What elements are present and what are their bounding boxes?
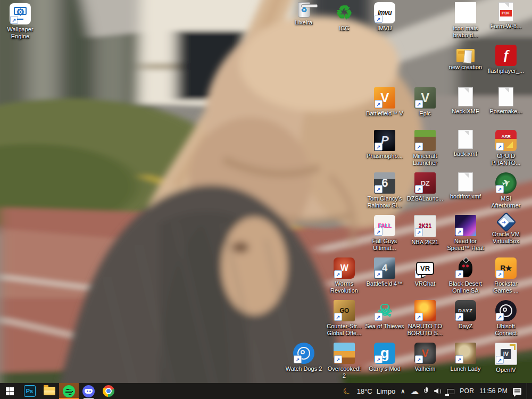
taskbar-photoshop-button[interactable]: Ps (20, 383, 39, 399)
desktop-icon-icon-mais[interactable]: icon mais brabo d... (443, 2, 488, 39)
desktop-icon-imvu[interactable]: imvu↗IMVU (362, 2, 407, 32)
icon-label: DayZ (459, 323, 472, 330)
moon-weather-icon: ☾ (341, 384, 354, 398)
desktop-icon-flashplayer[interactable]: fflashplayer_... (484, 45, 528, 74)
desktop-icon-new-creation[interactable]: new creation (443, 45, 488, 71)
desktop-icon-naruto[interactable]: ↗NARUTO TO BORUTO S... (403, 300, 447, 337)
desktop-icon-phasmophobia[interactable]: P↗Phasmopho... (362, 130, 407, 160)
fall-guys-icon: FALL↗ (374, 215, 395, 236)
action-center-button[interactable] (513, 383, 521, 399)
icon-label: Lunch Lady (451, 365, 481, 372)
desktop-icon-black-desert[interactable]: ↗Black Desert Online SA (443, 257, 488, 294)
shortcut-arrow-icon: ↗ (496, 143, 504, 151)
taskbar-clock[interactable]: 11:56 PM (479, 383, 508, 399)
icon-glyph: VR (416, 262, 434, 275)
desktop-icon-garrys-mod[interactable]: g↗Garry's Mod (362, 343, 407, 372)
weather-button[interactable]: ☾ (343, 383, 351, 399)
shortcut-arrow-icon: ↗ (334, 270, 342, 278)
desktop-icon-tom-clancy[interactable]: 6↗Tom Clancy's Rainbow Si... (362, 172, 407, 209)
icon-label: NARUTO TO BORUTO S... (408, 323, 443, 337)
microphone-button[interactable] (424, 383, 429, 399)
desktop-icon-overcooked2[interactable]: ↗Overcooked! 2 (322, 343, 367, 379)
desktop-icon-nfs-heat[interactable]: ↗Need for Speed™ Heat (443, 215, 488, 252)
desktop-icon-vrchat[interactable]: VR↗VRChat (403, 257, 447, 287)
taskbar: Ps ☾ 18°C Limpo ∧ ☁ POR 11:56 PM (0, 383, 532, 399)
desktop-icon-dzsa[interactable]: DZ↗DZSALaunc... (403, 172, 447, 202)
desktop-icon-ubisoft[interactable]: ↗Ubisoft Connect (484, 300, 528, 337)
chrome-icon (103, 385, 114, 397)
desktop-icon-dayz[interactable]: DAYZ↗DayZ (443, 300, 488, 330)
desktop-icon-posemake[interactable]: Posemake... (484, 87, 528, 115)
shortcut-arrow-icon: ↗ (498, 217, 509, 228)
icon-glyph: f (504, 48, 508, 62)
taskbar-file-explorer-button[interactable] (39, 383, 59, 399)
taskbar-discord-button[interactable] (79, 383, 98, 399)
desktop-icon-wallpaper-engine[interactable]: ⚙↗Wallpaper Engine (0, 3, 43, 40)
desktop-icon-nba2k21[interactable]: 2K21↗NBA 2K21 (403, 215, 447, 246)
desktop-icon-grid: ⚙↗Wallpaper Engine♻Lixeira♻ICCimvu↗IMVUi… (0, 0, 532, 383)
tray-overflow-chevron-icon[interactable]: ∧ (401, 383, 405, 399)
flash-player-icon: f (495, 45, 517, 66)
onedrive-button[interactable]: ☁ (410, 383, 419, 399)
recycle-symbol-icon: ♻ (334, 2, 355, 23)
desktop-icon-bodtfrot-xmf[interactable]: bodtfrot.xmf (443, 172, 488, 200)
desktop-icon-valheim[interactable]: V↗Valheim (403, 343, 447, 372)
shortcut-arrow-icon: ↗ (455, 228, 463, 236)
desktop-icon-lixeira[interactable]: ♻Lixeira (281, 2, 326, 26)
shortcut-arrow-icon: ↗ (496, 356, 504, 364)
desktop-icon-icc[interactable]: ♻ICC (322, 2, 367, 32)
icon-label: Oracle VM VirtualBox (492, 231, 520, 245)
volume-button[interactable] (434, 383, 442, 399)
shortcut-arrow-icon: ↗ (455, 355, 463, 363)
icon-label: CPUID PHANTO... (492, 153, 521, 167)
desktop-icon-form-w8[interactable]: PDFForm-W-8... (484, 2, 528, 30)
start-button[interactable] (0, 383, 20, 399)
icon-glyph: ASR (501, 135, 511, 139)
desktop-icon-msi[interactable]: ✈↗MSI Afterburner (484, 172, 528, 209)
microphone-icon (424, 387, 429, 395)
desktop-icon-rockstar[interactable]: R★↗Rockstar Games ... (484, 257, 528, 294)
phasmophobia-icon: P↗ (374, 130, 395, 151)
icon-label: Epic (419, 110, 430, 117)
taskbar-chrome-button[interactable] (98, 383, 118, 399)
taskbar-spotify-button[interactable] (59, 383, 79, 399)
weather-condition: Limpo (377, 387, 395, 395)
icon-label: bodtfrot.xmf (450, 193, 481, 200)
network-button[interactable] (447, 383, 454, 399)
show-desktop-button[interactable] (527, 383, 530, 399)
document-icon (458, 87, 473, 106)
desktop-icon-cpuid[interactable]: ASR↗CPUID PHANTO... (484, 130, 528, 167)
desktop-icon-battlefield4[interactable]: 4↗Battlefield 4™ (362, 257, 407, 287)
imvu-icon: imvu↗ (374, 2, 395, 23)
icon-glyph: PDF (500, 10, 512, 16)
icon-label: flashplayer_... (488, 68, 524, 74)
desktop-icon-minecraft[interactable]: ↗Minecraft Launcher (403, 130, 447, 167)
desktop-icon-epic[interactable]: V↗Epic (403, 87, 447, 117)
desktop-icon-sea-of-thieves[interactable]: ☠↗Sea of Thieves (362, 300, 407, 330)
weather-text[interactable]: 18°C Limpo (357, 387, 395, 395)
shortcut-arrow-icon: ↗ (455, 313, 463, 321)
shortcut-arrow-icon: ↗ (415, 228, 423, 236)
icon-label: Phasmopho... (367, 153, 403, 160)
desktop-icon-neck-xmf[interactable]: Neck.XMF (443, 87, 488, 115)
desktop-icon-fall-guys[interactable]: FALL↗Fall Guys Ultimat... (362, 215, 407, 252)
desktop-icon-csgo[interactable]: GO↗Counter-Str... Global Offe... (322, 300, 367, 337)
icon-label: Fall Guys Ultimat... (372, 238, 397, 252)
icon-label: Garry's Mod (369, 365, 401, 372)
desktop-icon-back-xmf[interactable]: back.xmf (443, 130, 488, 157)
icon-label: Rockstar Games ... (493, 280, 519, 294)
wallpaper-engine-icon: ⚙↗ (10, 3, 31, 24)
shortcut-arrow-icon: ↗ (415, 355, 423, 363)
desktop-icon-virtualbox[interactable]: ↗Oracle VM VirtualBox (484, 215, 528, 245)
shortcut-arrow-icon: ↗ (375, 15, 383, 23)
discord-icon (82, 385, 95, 397)
desktop-icon-worms[interactable]: W↗Worms Revolution (322, 257, 367, 294)
shortcut-arrow-icon: ↗ (375, 355, 383, 363)
desktop-icon-openiv[interactable]: IV↗OpenIV (484, 343, 528, 373)
document-icon (458, 130, 473, 149)
desktop-icon-watch-dogs2[interactable]: ↗Watch Dogs 2 (281, 343, 326, 372)
icon-label: Counter-Str... Global Offe... (327, 323, 361, 337)
desktop-icon-lunch-lady[interactable]: ↗Lunch Lady (443, 343, 488, 372)
desktop-icon-battlefield-v[interactable]: V↗Battlefield™ V (362, 87, 407, 117)
language-indicator[interactable]: POR (460, 383, 474, 399)
